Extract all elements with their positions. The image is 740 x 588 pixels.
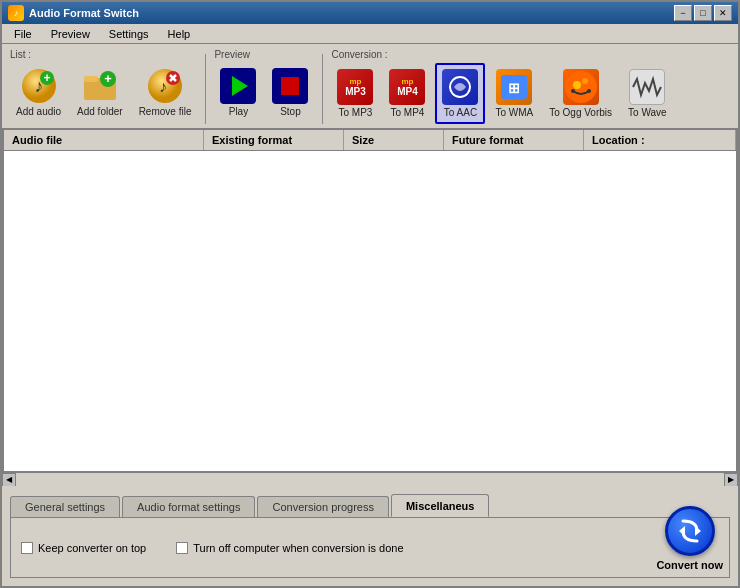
scroll-right-button[interactable]: ▶	[724, 473, 738, 487]
mp3-icon: mp MP3	[337, 69, 373, 105]
minimize-button[interactable]: −	[674, 5, 692, 21]
col-audio-file: Audio file	[4, 130, 204, 150]
menu-bar: File Preview Settings Help ? PIANOSOFT S…	[2, 24, 738, 44]
to-aac-button[interactable]: To AAC	[435, 63, 485, 124]
svg-rect-5	[84, 76, 98, 82]
title-bar: ♪ Audio Format Switch − □ ✕	[2, 2, 738, 24]
remove-file-icon: ♪	[147, 68, 183, 104]
svg-point-15	[565, 71, 597, 103]
stop-square	[281, 77, 299, 95]
keep-on-top-option: Keep converter on top	[21, 542, 146, 554]
svg-point-16	[573, 81, 581, 89]
list-buttons: ♪ + Add audio +	[10, 63, 197, 122]
play-label: Play	[229, 106, 248, 117]
play-icon	[220, 68, 256, 104]
to-aac-label: To AAC	[444, 107, 477, 118]
ogg-icon	[563, 69, 599, 105]
main-window: ♪ Audio Format Switch − □ ✕ File Preview…	[0, 0, 740, 588]
col-size: Size	[344, 130, 444, 150]
horizontal-scrollbar: ◀ ▶	[2, 472, 738, 486]
title-bar-controls: − □ ✕	[674, 5, 732, 21]
to-mp4-label: To MP4	[391, 107, 425, 118]
add-audio-icon: ♪ +	[21, 68, 57, 104]
to-wave-label: To Wave	[628, 107, 667, 118]
tab-content: Keep converter on top Turn off computer …	[10, 517, 730, 578]
wma-icon: ⊞	[496, 69, 532, 105]
convert-circle-icon	[665, 506, 715, 556]
col-existing-format: Existing format	[204, 130, 344, 150]
svg-point-19	[587, 89, 591, 93]
close-button[interactable]: ✕	[714, 5, 732, 21]
conversion-buttons: mp MP3 To MP3 mp MP4 To MP4	[331, 63, 672, 124]
stop-icon	[272, 68, 308, 104]
svg-point-17	[582, 78, 588, 84]
menu-help[interactable]: Help	[161, 25, 198, 43]
table-body	[4, 151, 736, 471]
to-mp3-button[interactable]: mp MP3 To MP3	[331, 64, 379, 123]
play-triangle	[232, 76, 248, 96]
divider-2	[322, 54, 323, 124]
preview-label: Preview	[214, 49, 314, 60]
to-ogg-label: To Ogg Vorbis	[549, 107, 612, 118]
turn-off-option: Turn off computer when conversion is don…	[176, 542, 403, 554]
window-title: Audio Format Switch	[29, 7, 139, 19]
divider-1	[205, 54, 206, 124]
wave-icon	[629, 69, 665, 105]
add-folder-button[interactable]: + Add folder	[71, 63, 129, 122]
turn-off-label: Turn off computer when conversion is don…	[193, 542, 403, 554]
add-audio-button[interactable]: ♪ + Add audio	[10, 63, 67, 122]
convert-now-button[interactable]: Convert now	[656, 506, 723, 571]
to-mp4-button[interactable]: mp MP4 To MP4	[383, 64, 431, 123]
to-ogg-button[interactable]: To Ogg Vorbis	[543, 64, 618, 123]
add-audio-label: Add audio	[16, 106, 61, 117]
keep-on-top-label: Keep converter on top	[38, 542, 146, 554]
svg-text:+: +	[104, 71, 112, 86]
scroll-left-button[interactable]: ◀	[2, 473, 16, 487]
tabs-row: General settings Audio format settings C…	[10, 494, 730, 517]
file-table: Audio file Existing format Size Future f…	[2, 129, 738, 472]
aac-icon	[442, 69, 478, 105]
conversion-label: Conversion :	[331, 49, 672, 60]
turn-off-checkbox[interactable]	[176, 542, 188, 554]
preview-buttons: Play Stop	[214, 63, 314, 122]
tab-audio-format-settings[interactable]: Audio format settings	[122, 496, 255, 517]
menu-file[interactable]: File	[7, 25, 39, 43]
menu-settings[interactable]: Settings	[102, 25, 156, 43]
bottom-area: General settings Audio format settings C…	[2, 486, 738, 586]
svg-text:+: +	[43, 71, 50, 85]
tab-conversion-progress[interactable]: Conversion progress	[257, 496, 389, 517]
svg-text:⊞: ⊞	[508, 80, 520, 96]
stop-button[interactable]: Stop	[266, 63, 314, 122]
svg-text:♪: ♪	[159, 78, 167, 95]
add-folder-label: Add folder	[77, 106, 123, 117]
to-mp3-label: To MP3	[339, 107, 373, 118]
maximize-button[interactable]: □	[694, 5, 712, 21]
play-button[interactable]: Play	[214, 63, 262, 122]
convert-now-label: Convert now	[656, 559, 723, 571]
list-section: List : ♪	[10, 49, 197, 123]
conversion-section: Conversion : mp MP3 To MP3 mp MP4 To	[331, 49, 672, 123]
title-bar-left: ♪ Audio Format Switch	[8, 5, 139, 21]
scroll-track[interactable]	[16, 474, 724, 486]
svg-point-18	[571, 89, 575, 93]
stop-label: Stop	[280, 106, 301, 117]
to-wma-button[interactable]: ⊞ To WMA	[489, 64, 539, 123]
mp4-icon: mp MP4	[389, 69, 425, 105]
toolbar: List : ♪	[2, 44, 738, 129]
col-future-format: Future format	[444, 130, 584, 150]
preview-section: Preview Play Stop	[214, 49, 314, 123]
remove-file-button[interactable]: ♪ Remove file	[133, 63, 198, 122]
tab-miscellaneus[interactable]: Miscellaneus	[391, 494, 489, 517]
col-location: Location :	[584, 130, 736, 150]
add-folder-icon: +	[82, 68, 118, 104]
list-label: List :	[10, 49, 197, 60]
app-icon: ♪	[8, 5, 24, 21]
remove-file-label: Remove file	[139, 106, 192, 117]
menu-preview[interactable]: Preview	[44, 25, 97, 43]
tab-general-settings[interactable]: General settings	[10, 496, 120, 517]
keep-on-top-checkbox[interactable]	[21, 542, 33, 554]
to-wma-label: To WMA	[495, 107, 533, 118]
table-header: Audio file Existing format Size Future f…	[4, 130, 736, 151]
to-wave-button[interactable]: To Wave	[622, 64, 673, 123]
